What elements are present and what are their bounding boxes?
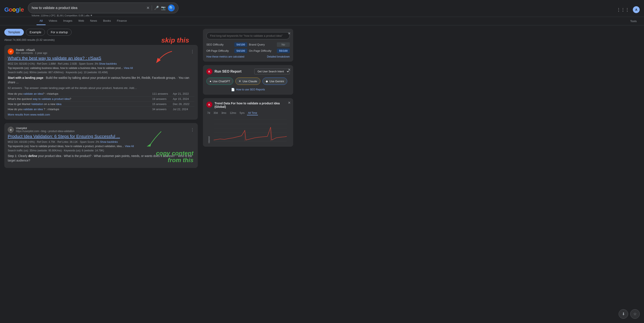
trend-tab-all-time[interactable]: All Time (247, 111, 258, 115)
trend-data-close[interactable]: ✕ (288, 101, 290, 105)
tab-all[interactable]: All (36, 17, 46, 25)
main-container: Template Example For a startup About 74,… (0, 25, 644, 175)
image-search-icon[interactable]: 📷 (161, 5, 166, 10)
trend-tab-30d[interactable]: 30d (212, 111, 218, 115)
gemini-icon: ◆ (266, 79, 268, 83)
clear-search-icon[interactable]: ✕ (146, 5, 150, 10)
trend-chart: Search Interest (206, 117, 290, 143)
tab-web[interactable]: Web (76, 17, 87, 25)
seo-intent-select[interactable]: Get User Search Intent (254, 69, 290, 74)
tab-news[interactable]: News (87, 17, 100, 25)
favorite-icon[interactable]: ★ (90, 14, 92, 17)
result-moz-reddit: MOZ DA: 92/100 (+1%) · Ref Dom: 1.88M · … (8, 62, 194, 65)
related-link[interactable]: validate (23, 108, 33, 111)
trend-data-card: ✕ K Trend Data For how to validate a pro… (203, 98, 293, 147)
tab-finance[interactable]: Finance (114, 17, 130, 25)
filter-pill-template[interactable]: Template (4, 29, 24, 36)
related-link[interactable]: way to validate a product idea (33, 97, 70, 100)
avatar[interactable]: A (633, 6, 640, 13)
on-page-label: On-Page Difficulty (249, 49, 275, 52)
result-traffic-reddit: Search traffic (us): 90/mo (website: 867… (8, 71, 194, 74)
search-bar: ✕ 🎤 📷 🔍 (28, 2, 178, 13)
show-backlinks-link-userpilot[interactable]: Show backlinks (100, 140, 118, 143)
voice-search-icon[interactable]: 🎤 (154, 5, 159, 10)
seo-buttons: ● Use ChatGPT ✳ Use Claude ◆ Use Gemini (206, 77, 290, 85)
view-all-keywords-link-userpilot[interactable]: View All (125, 145, 134, 148)
trend-tab-7d[interactable]: 7d (206, 111, 211, 115)
result-title-userpilot[interactable]: Product Idea Validation: 6 Steps for Ens… (8, 134, 194, 139)
trend-header: K Trend Data For how to validate a produ… (206, 102, 290, 108)
search-input[interactable] (32, 6, 144, 10)
breakdown-link[interactable]: Detailed breakdown (267, 55, 290, 58)
reddit-favicon: r/ (8, 48, 14, 54)
trend-tab-3mo[interactable]: 3mo (220, 111, 227, 115)
result-keywords-userpilot: Top keywords (us): how to validate produ… (8, 145, 194, 148)
seo-difficulty-label: SEO Difficulty (206, 43, 232, 46)
download-button[interactable]: ⬇ (619, 309, 628, 319)
trend-icon: K (206, 102, 212, 108)
related-link[interactable]: idea (56, 102, 62, 106)
seo-report-icon: K (206, 68, 212, 74)
view-all-keywords-link[interactable]: View All (124, 67, 133, 70)
use-chatgpt-button[interactable]: ● Use ChatGPT (206, 77, 233, 85)
related-link[interactable]: an idea (34, 108, 43, 111)
filter-pills: Template Example For a startup (4, 29, 198, 36)
result-header-reddit: r/ Reddit · r/SaaS 60+ comments · 1 year… (8, 48, 194, 54)
result-traffic-userpilot: Search traffic (us): 35/mo (website: 95.… (8, 149, 194, 152)
related-link[interactable]: validate (23, 92, 33, 95)
tools-button[interactable]: Tools (627, 17, 640, 25)
svg-text:Search Interest: Search Interest (208, 136, 210, 143)
keyword-finder-close[interactable]: ✕ (288, 31, 290, 35)
tab-videos[interactable]: Videos (46, 17, 60, 25)
how-to-seo-reports-link[interactable]: 📄 How to use SEO Reports (206, 88, 290, 91)
result-title-reddit[interactable]: What's the best way to validate an idea?… (8, 55, 194, 61)
related-link-row: How do you validate an idea ? : r/startu… (8, 106, 194, 112)
filter-pill-example[interactable]: Example (26, 29, 45, 36)
off-page-value: 54/100 (234, 48, 247, 53)
filter-pill-startup[interactable]: For a startup (47, 29, 71, 36)
tab-books[interactable]: Books (100, 17, 114, 25)
keyword-finder-input[interactable] (206, 32, 290, 39)
volume-info: Volume: 110/mo | CPC: $1.66 | Competitio… (32, 14, 178, 17)
related-link[interactable]: an idea (34, 92, 43, 95)
search-button[interactable]: 🔍 (168, 4, 175, 11)
result-snippet-userpilot: Step 1: Clearly define your product idea… (8, 154, 194, 163)
off-page-label: Off-Page Difficulty (206, 49, 232, 52)
nav-tabs: All Videos Images Web News Books Finance… (0, 17, 644, 25)
star-button[interactable]: ☆ (630, 309, 640, 319)
result-source: Reddit · r/SaaS (16, 48, 188, 51)
result-keywords-reddit: Top keywords (us): validating business i… (8, 67, 194, 70)
header-right: ⋮⋮⋮ A (616, 6, 640, 13)
apps-icon[interactable]: ⋮⋮⋮ (616, 7, 630, 12)
results-count: About 74,900,000 results (0.32 seconds) (4, 38, 198, 41)
result-card-reddit: r/ Reddit · r/SaaS 60+ comments · 1 year… (4, 45, 198, 120)
tab-images[interactable]: Images (60, 17, 76, 25)
metrics-link[interactable]: How these metrics are calculated (206, 55, 244, 58)
trend-title: Trend Data For how to validate a product… (214, 102, 290, 108)
trend-tab-5yrs[interactable]: 5yrs (239, 111, 246, 115)
related-link[interactable]: Validation (31, 102, 43, 106)
seo-difficulty-value: 54/100 (234, 42, 247, 47)
result-source-info: Reddit · r/SaaS 60+ comments · 1 year ag… (16, 48, 188, 54)
show-backlinks-link[interactable]: Show backlinks (99, 62, 117, 65)
result-moz-userpilot: MOZ DA: 43/100 (+8%) · Ref Dom: 4.75K · … (8, 140, 194, 143)
difficulty-links: How these metrics are calculated Detaile… (206, 55, 290, 58)
trend-line (214, 127, 287, 140)
use-claude-button[interactable]: ✳ Use Claude (235, 77, 260, 85)
search-icon: 🔍 (169, 5, 174, 10)
chatgpt-icon: ● (210, 79, 211, 83)
result-source-userpilot: Userpilot (16, 126, 188, 130)
trend-tab-12mo[interactable]: 12mo (229, 111, 237, 115)
more-results-link[interactable]: More results from www.reddit.com (8, 113, 194, 116)
result-card-userpilot: u Userpilot https://userpilot.com › blog… (4, 123, 198, 168)
search-divider (152, 5, 152, 10)
seo-report-header: K Run SEO Report Get User Search Intent (206, 68, 290, 74)
result-more-menu-userpilot[interactable]: ⋮ (190, 127, 194, 132)
result-more-menu[interactable]: ⋮ (190, 49, 194, 54)
trend-tabs: 7d 30d 3mo 12mo 5yrs All Time (206, 111, 290, 115)
result-meta: 60+ comments · 1 year ago (16, 51, 188, 54)
seo-report-close[interactable]: ✕ (288, 68, 290, 72)
seo-report-title: Run SEO Report (214, 70, 242, 73)
use-gemini-button[interactable]: ◆ Use Gemini (262, 77, 287, 85)
result-source-info: Userpilot https://userpilot.com › blog ›… (16, 126, 188, 133)
